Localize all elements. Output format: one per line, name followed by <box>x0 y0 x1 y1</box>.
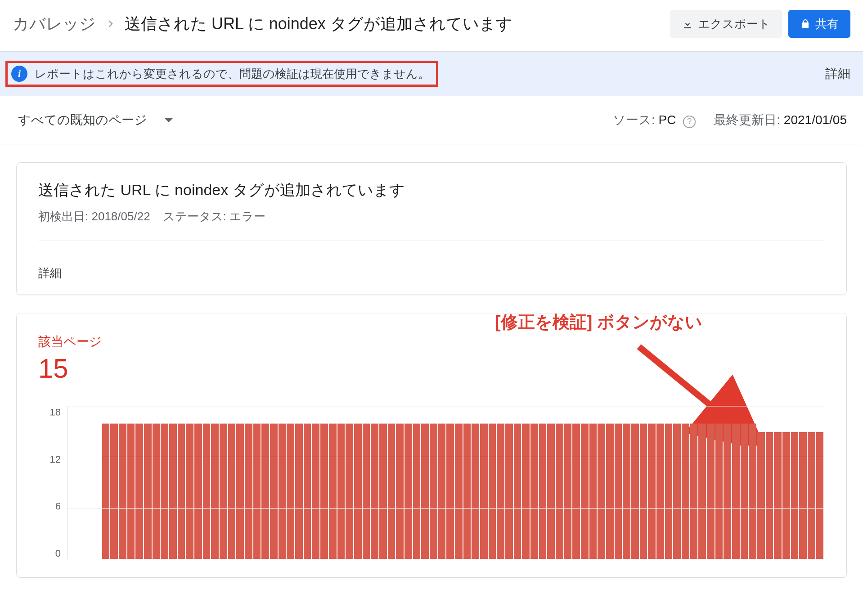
chart-bar[interactable] <box>211 424 219 559</box>
chart-bar[interactable] <box>379 424 387 559</box>
chart-bar[interactable] <box>421 424 429 559</box>
chart-bar[interactable] <box>287 424 294 559</box>
chart-bar[interactable] <box>438 424 446 559</box>
chart-bar[interactable] <box>127 424 135 559</box>
chart-bar[interactable] <box>329 424 337 559</box>
chart-bar[interactable] <box>388 424 396 559</box>
chart-bar[interactable] <box>782 432 790 559</box>
chart-bar[interactable] <box>371 424 378 559</box>
chart-bar[interactable] <box>245 424 252 559</box>
chart-bar[interactable] <box>161 424 168 559</box>
chart-plot[interactable] <box>67 406 825 559</box>
chart-bar[interactable] <box>707 424 715 559</box>
chart-bar[interactable] <box>631 424 639 559</box>
chart-bar[interactable] <box>774 432 782 559</box>
chart-bar[interactable] <box>396 424 404 559</box>
chart-bar[interactable] <box>816 432 824 559</box>
chart-bar[interactable] <box>354 424 362 559</box>
chart-bar[interactable] <box>724 424 731 559</box>
info-banner-highlight: i レポートはこれから変更されるので、問題の検証は現在使用できません。 <box>5 61 438 87</box>
info-details-link[interactable]: 詳細 <box>825 65 850 82</box>
chart-bar[interactable] <box>472 424 479 559</box>
chart-bar[interactable] <box>547 424 555 559</box>
breadcrumb-root[interactable]: カバレッジ <box>13 13 96 35</box>
chart-bar[interactable] <box>799 432 807 559</box>
chart-bar[interactable] <box>572 424 580 559</box>
chart-bar[interactable] <box>598 424 605 559</box>
chart-bar[interactable] <box>757 432 765 559</box>
chart-bar[interactable] <box>413 424 421 559</box>
chart-bar[interactable] <box>337 424 345 559</box>
chart-bar[interactable] <box>623 424 630 559</box>
chart-bar[interactable] <box>295 424 303 559</box>
chart-bar[interactable] <box>665 424 673 559</box>
chart-bar[interactable] <box>312 424 319 559</box>
breadcrumb: カバレッジ 送信された URL に noindex タグが追加されています <box>13 13 512 35</box>
chart-bar[interactable] <box>522 424 530 559</box>
issue-details-link[interactable]: 詳細 <box>17 254 846 295</box>
issue-meta: 初検出日: 2018/05/22 ステータス: エラー <box>38 209 825 224</box>
chart-bar[interactable] <box>346 424 353 559</box>
chart-bar[interactable] <box>766 432 773 559</box>
chart-bar[interactable] <box>430 424 437 559</box>
chart-bar[interactable] <box>682 424 689 559</box>
chart-bar[interactable] <box>732 424 740 559</box>
page-filter-dropdown[interactable]: すべての既知のページ <box>18 112 173 129</box>
share-button[interactable]: 共有 <box>788 10 850 38</box>
chart-bar[interactable] <box>135 424 143 559</box>
chart-bar[interactable] <box>261 424 269 559</box>
chart-bar[interactable] <box>749 424 756 559</box>
chart-bar[interactable] <box>405 424 412 559</box>
chart-bar[interactable] <box>673 424 681 559</box>
chart-bar[interactable] <box>606 424 614 559</box>
chart-bar[interactable] <box>144 424 152 559</box>
chart-bar[interactable] <box>480 424 488 559</box>
chart-bar[interactable] <box>808 432 815 559</box>
chart-bar[interactable] <box>463 424 471 559</box>
chart-bar[interactable] <box>556 424 563 559</box>
chart-bar[interactable] <box>228 424 236 559</box>
chart-bar[interactable] <box>505 424 513 559</box>
chart-bar[interactable] <box>279 424 286 559</box>
chart-bar[interactable] <box>640 424 647 559</box>
chart-bar[interactable] <box>203 424 211 559</box>
chart-bar[interactable] <box>178 424 185 559</box>
chart-bar[interactable] <box>489 424 496 559</box>
chart-bar[interactable] <box>169 424 177 559</box>
chart-bar[interactable] <box>455 424 463 559</box>
chart-bar[interactable] <box>715 424 723 559</box>
chart-bar[interactable] <box>791 432 799 559</box>
chart-bar[interactable] <box>581 424 589 559</box>
chart-bar[interactable] <box>363 424 370 559</box>
chart-bar[interactable] <box>514 424 521 559</box>
chart-bar[interactable] <box>119 424 126 559</box>
chart-bar[interactable] <box>530 424 538 559</box>
chart-bar[interactable] <box>153 424 160 559</box>
chart-bar[interactable] <box>564 424 572 559</box>
chart-bar[interactable] <box>102 424 110 559</box>
chart-bar[interactable] <box>741 424 748 559</box>
chart-bar[interactable] <box>539 424 547 559</box>
chart-bar[interactable] <box>186 424 193 559</box>
export-button[interactable]: エクスポート <box>670 10 782 38</box>
chart-bar[interactable] <box>690 424 698 559</box>
chart-bar[interactable] <box>648 424 656 559</box>
chart-card: 該当ページ 15 181260 <box>16 313 847 578</box>
chart-bar[interactable] <box>270 424 278 559</box>
source-value: PC <box>659 113 676 127</box>
chart-bar[interactable] <box>236 424 244 559</box>
chart-bar[interactable] <box>615 424 622 559</box>
chart-bar[interactable] <box>656 424 664 559</box>
chart-bar[interactable] <box>698 424 706 559</box>
chart-bar[interactable] <box>589 424 597 559</box>
chart-bar[interactable] <box>320 424 328 559</box>
share-label: 共有 <box>815 16 839 32</box>
chart-bar[interactable] <box>446 424 454 559</box>
chart-bar[interactable] <box>497 424 504 559</box>
help-icon[interactable]: ? <box>683 116 696 128</box>
chart-bar[interactable] <box>253 424 261 559</box>
chart-bar[interactable] <box>220 424 227 559</box>
chart-bar[interactable] <box>304 424 311 559</box>
chart-bar[interactable] <box>110 424 118 559</box>
chart-bar[interactable] <box>194 424 202 559</box>
